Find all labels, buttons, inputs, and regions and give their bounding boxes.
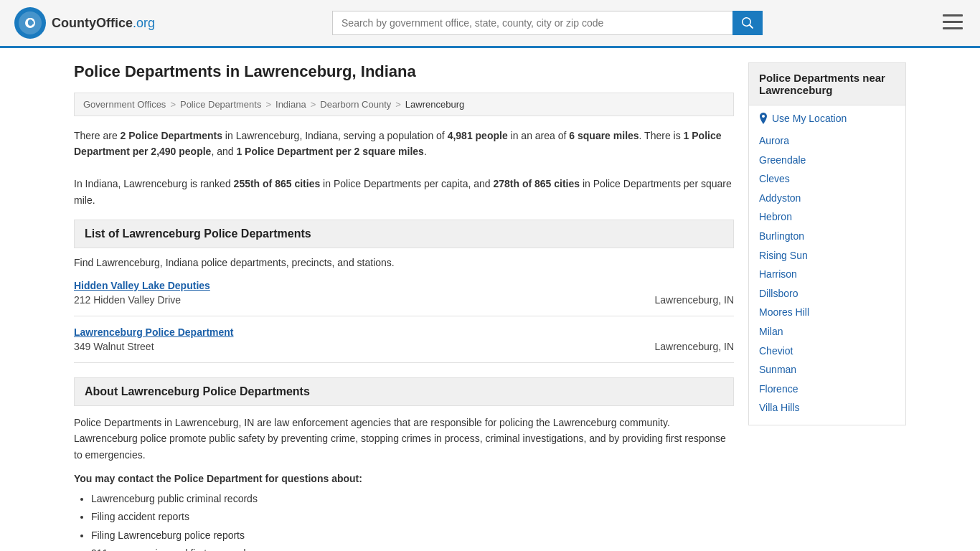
list-sub-text: Find Lawrenceburg, Indiana police depart… (74, 257, 734, 268)
svg-rect-4 (943, 14, 963, 17)
breadcrumb-link-dearborn[interactable]: Dearborn County (320, 99, 391, 110)
population: 4,981 people (448, 130, 508, 141)
sidebar: Police Departments near Lawrenceburg Use… (748, 62, 906, 551)
sidebar-link-cheviot[interactable]: Cheviot (759, 342, 895, 361)
contact-item-1: Lawrenceburg public criminal records (91, 490, 734, 508)
hamburger-menu-button[interactable] (940, 11, 966, 35)
contact-item-2: Filing accident reports (91, 508, 734, 526)
rank-sq: 278th of 865 cities (493, 178, 580, 189)
dept-city-2: Lawrenceburg, IN (654, 341, 734, 352)
about-section-header: About Lawrenceburg Police Departments (74, 377, 734, 406)
breadcrumb-link-gov-offices[interactable]: Government Offices (83, 99, 166, 110)
info-text: There are 2 Police Departments in Lawren… (74, 128, 734, 208)
svg-rect-6 (943, 27, 963, 29)
search-area (332, 11, 763, 35)
dept-listing-1: Hidden Valley Lake Deputies 212 Hidden V… (74, 280, 734, 316)
sidebar-link-addyston[interactable]: Addyston (759, 189, 895, 208)
sidebar-link-villa-hills[interactable]: Villa Hills (759, 398, 895, 418)
hamburger-icon (943, 14, 963, 30)
site-header: C CountyOffice.org (0, 0, 980, 48)
dept-address-2: 349 Walnut Street (74, 341, 154, 352)
rank-capita: 255th of 865 cities (234, 178, 321, 189)
list-section-header: List of Lawrenceburg Police Departments (74, 220, 734, 248)
contact-item-4: 911 emergencies and first responders (91, 545, 734, 551)
sidebar-link-harrison[interactable]: Harrison (759, 265, 895, 284)
breadcrumb-link-indiana[interactable]: Indiana (275, 99, 306, 110)
logo-area: C CountyOffice.org (14, 7, 155, 39)
location-pin-icon (759, 113, 768, 124)
area: 6 square miles (569, 130, 639, 141)
sidebar-link-burlington[interactable]: Burlington (759, 227, 895, 246)
dept-link-2[interactable]: Lawrenceburg Police Department (74, 326, 234, 338)
header-right (940, 11, 966, 35)
dept-name-2: Lawrenceburg Police Department (74, 326, 734, 338)
dept-link-1[interactable]: Hidden Valley Lake Deputies (74, 280, 210, 291)
sidebar-link-greendale[interactable]: Greendale (759, 151, 895, 170)
main-container: Police Departments in Lawrenceburg, Indi… (60, 48, 920, 551)
breadcrumb: Government Offices > Police Departments … (74, 93, 734, 116)
sidebar-link-sunman[interactable]: Sunman (759, 360, 895, 380)
sidebar-link-rising-sun[interactable]: Rising Sun (759, 246, 895, 265)
dept-count: 2 Police Departments (121, 130, 222, 141)
search-input[interactable] (332, 11, 732, 35)
logo-icon: C (14, 7, 46, 39)
dept-name-1: Hidden Valley Lake Deputies (74, 280, 734, 291)
page-title: Police Departments in Lawrenceburg, Indi… (74, 62, 734, 81)
sidebar-content: Use My Location Aurora Greendale Cleves … (748, 105, 906, 425)
dept-city-1: Lawrenceburg, IN (654, 294, 734, 306)
dept-details-1: 212 Hidden Valley Drive Lawrenceburg, IN (74, 294, 734, 306)
about-text: Police Departments in Lawrenceburg, IN a… (74, 415, 734, 463)
breadcrumb-sep-2: > (265, 99, 271, 110)
per-sq: 1 Police Department per 2 square miles (236, 146, 423, 157)
svg-rect-5 (943, 21, 963, 23)
sidebar-header: Police Departments near Lawrenceburg (748, 62, 906, 105)
search-icon (742, 17, 753, 29)
sidebar-link-florence[interactable]: Florence (759, 380, 895, 399)
logo-text: CountyOffice.org (52, 16, 155, 31)
breadcrumb-sep-3: > (311, 99, 316, 110)
sidebar-link-cleves[interactable]: Cleves (759, 169, 895, 189)
dept-listing-2: Lawrenceburg Police Department 349 Walnu… (74, 326, 734, 363)
breadcrumb-link-police-depts[interactable]: Police Departments (180, 99, 261, 110)
sidebar-link-dillsboro[interactable]: Dillsboro (759, 284, 895, 303)
sidebar-link-aurora[interactable]: Aurora (759, 131, 895, 151)
dept-details-2: 349 Walnut Street Lawrenceburg, IN (74, 341, 734, 352)
search-button[interactable] (732, 11, 763, 35)
contact-list: Lawrenceburg public criminal records Fil… (74, 490, 734, 551)
breadcrumb-sep-4: > (395, 99, 401, 110)
sidebar-link-moores-hill[interactable]: Moores Hill (759, 303, 895, 322)
dept-address-1: 212 Hidden Valley Drive (74, 294, 181, 306)
contact-label: You may contact the Police Department fo… (74, 473, 734, 484)
breadcrumb-sep-1: > (170, 99, 176, 110)
content-area: Police Departments in Lawrenceburg, Indi… (74, 62, 734, 551)
sidebar-link-hebron[interactable]: Hebron (759, 207, 895, 227)
use-location-link[interactable]: Use My Location (772, 113, 847, 124)
use-location: Use My Location (759, 113, 895, 124)
contact-item-3: Filing Lawrenceburg police reports (91, 527, 734, 545)
sidebar-link-milan[interactable]: Milan (759, 322, 895, 342)
breadcrumb-current: Lawrenceburg (405, 99, 464, 110)
